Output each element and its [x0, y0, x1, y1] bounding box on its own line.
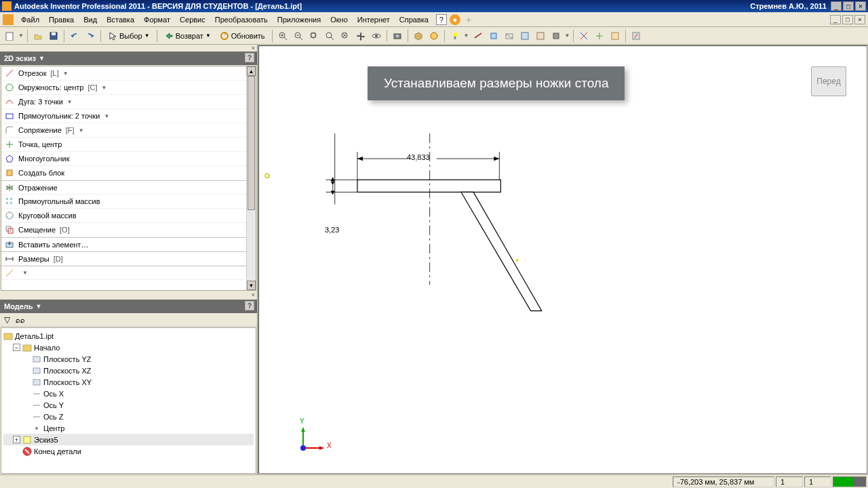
status-coords: -76,203 мм, 25,837 мм	[673, 476, 774, 487]
plane-tool-button[interactable]	[471, 29, 485, 43]
tool-3[interactable]	[549, 29, 563, 43]
panel-close-mid[interactable]: ×	[0, 291, 257, 298]
tree-plane[interactable]: Плоскость YZ	[3, 353, 254, 365]
axis-tool-button[interactable]	[487, 29, 500, 43]
expand-icon[interactable]: +	[13, 436, 20, 443]
sketch-tool-rect[interactable]: Прямоугольник: 2 точки▼	[1, 109, 256, 123]
tree-origin[interactable]: − Начало	[3, 342, 254, 353]
tree-axis[interactable]: Ось Z	[3, 411, 254, 422]
return-label: Возврат	[176, 32, 203, 40]
sketch-tool-offset[interactable]: Смещение[O]	[1, 223, 256, 237]
svg-point-21	[453, 33, 457, 37]
help-icon[interactable]: ?	[436, 14, 447, 25]
select-button[interactable]: Выбор ▼	[104, 29, 153, 43]
drawing-canvas[interactable]: Устанавливаем размеры ножки стола Перед	[258, 45, 867, 474]
sketch-tool-polygon[interactable]: Многоугольник	[1, 152, 256, 166]
scroll-thumb[interactable]	[248, 76, 255, 210]
dim-height[interactable]: 3,23	[325, 226, 339, 234]
panel-help-icon[interactable]: ?	[245, 53, 254, 62]
tree-root[interactable]: Деталь1.ipt	[3, 330, 254, 342]
menu-insert[interactable]: Вставка	[102, 14, 139, 26]
tree-plane[interactable]: Плоскость XZ	[3, 365, 254, 376]
svg-rect-27	[553, 33, 559, 39]
sketch-tool-line[interactable]: Отрезок[L]▼	[1, 66, 256, 81]
sketch-tool-block[interactable]: Создать блок	[1, 166, 256, 180]
sketch-tool-more[interactable]: ▼	[1, 266, 256, 280]
app-icon	[2, 1, 12, 11]
tool-5[interactable]	[593, 29, 606, 43]
return-button[interactable]: Возврат ▼	[161, 29, 214, 43]
panel-close-top[interactable]: ×	[0, 45, 257, 52]
update-button[interactable]: Обновить	[216, 29, 269, 43]
doc-close-button[interactable]: ×	[854, 15, 865, 24]
status-field2: 1	[804, 476, 831, 487]
tool-1[interactable]	[518, 29, 532, 43]
zoom-all-button[interactable]	[307, 29, 321, 43]
tool-4[interactable]	[577, 29, 591, 43]
zoom-selected-button[interactable]	[338, 29, 352, 43]
sketch-tool-point[interactable]: Точка, центр	[1, 138, 256, 152]
minimize-button[interactable]: _	[831, 1, 842, 11]
tool-end[interactable]	[629, 29, 643, 43]
light-button[interactable]	[448, 29, 462, 43]
menu-convert[interactable]: Преобразовать	[210, 14, 273, 26]
doc-restore-button[interactable]: □	[842, 15, 853, 24]
camera-button[interactable]	[391, 29, 404, 43]
scroll-up-button[interactable]: ▲	[247, 66, 256, 76]
redo-button[interactable]	[83, 29, 97, 43]
svg-point-33	[6, 84, 13, 91]
tree-axis[interactable]: Ось X	[3, 388, 254, 399]
wireframe-button[interactable]	[427, 29, 441, 43]
close-button[interactable]: ×	[855, 1, 866, 11]
tool-6[interactable]	[608, 29, 622, 43]
menu-format[interactable]: Формат	[139, 14, 175, 26]
sketch-tool-rectarr[interactable]: Прямоугольный массив	[1, 195, 256, 209]
zoom-in-button[interactable]	[276, 29, 290, 43]
orbit-button[interactable]	[370, 29, 383, 43]
info-icon[interactable]: ●	[450, 14, 460, 25]
menu-help[interactable]: Справка	[395, 14, 433, 26]
zoom-window-button[interactable]	[323, 29, 336, 43]
tree-plane[interactable]: Плоскость XY	[3, 376, 254, 388]
menu-window[interactable]: Окно	[326, 14, 353, 26]
menu-tools[interactable]: Сервис	[175, 14, 210, 26]
undo-button[interactable]	[68, 29, 81, 43]
save-button[interactable]	[47, 29, 60, 43]
find-icon[interactable]: ⌕⌕	[16, 316, 25, 324]
sketch-tool-mirror[interactable]: Отражение	[1, 180, 256, 195]
collapse-icon[interactable]: −	[13, 344, 20, 351]
plane-icon	[32, 354, 41, 364]
menu-internet[interactable]: Интернет	[353, 14, 395, 26]
tree-sketch[interactable]: + Эскиз5	[3, 434, 254, 445]
dim-width[interactable]: 43,833	[407, 153, 430, 161]
shaded-button[interactable]	[412, 29, 425, 43]
add-icon[interactable]: +	[463, 14, 474, 25]
tool-2[interactable]	[534, 29, 547, 43]
scroll-down-button[interactable]: ▼	[247, 281, 256, 290]
menu-apps[interactable]: Приложения	[273, 14, 326, 26]
sketch-panel-header[interactable]: 2D эскиз▼ ?	[0, 52, 257, 65]
menu-file[interactable]: Файл	[16, 14, 44, 26]
sketch-tool-fillet[interactable]: Сопряжение[F]▼	[1, 123, 256, 138]
open-button[interactable]	[31, 29, 45, 43]
sketch-tool-circle[interactable]: Окружность: центр[C]▼	[1, 81, 256, 95]
tree-end[interactable]: Конец детали	[3, 445, 254, 457]
model-panel-header[interactable]: Модель▼ ?	[0, 300, 257, 313]
sketch-tool-circarr[interactable]: Круговой массив	[1, 209, 256, 223]
filter-icon[interactable]: ▽	[4, 315, 10, 325]
tools-scrollbar[interactable]: ▲ ▼	[246, 66, 256, 290]
tree-center[interactable]: Центр	[3, 422, 254, 434]
doc-minimize-button[interactable]: _	[830, 15, 841, 24]
sketch-tool-insert[interactable]: Вставить элемент…	[1, 237, 256, 251]
maximize-button[interactable]: □	[843, 1, 854, 11]
sketch-tool-arc[interactable]: Дуга: 3 точки▼	[1, 95, 256, 109]
model-help-icon[interactable]: ?	[245, 301, 254, 310]
point-tool-button[interactable]	[502, 29, 516, 43]
new-button[interactable]	[3, 29, 16, 43]
zoom-out-button[interactable]	[292, 29, 305, 43]
menu-view[interactable]: Вид	[79, 14, 102, 26]
menu-edit[interactable]: Правка	[44, 14, 79, 26]
tree-axis[interactable]: Ось Y	[3, 399, 254, 411]
pan-button[interactable]	[354, 29, 368, 43]
sketch-tool-dim[interactable]: Размеры[D]	[1, 251, 256, 266]
